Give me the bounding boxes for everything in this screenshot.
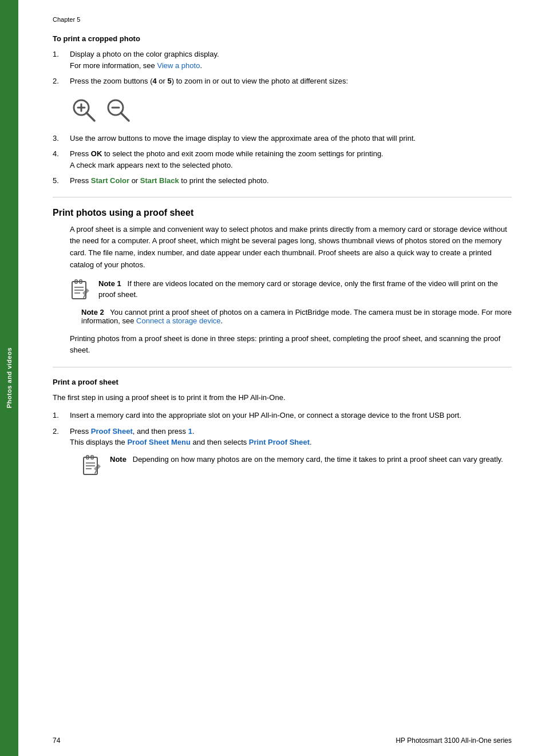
zoom-in-icon (70, 96, 97, 124)
note-2-wrapper: Note 2 You cannot print a proof sheet of… (81, 308, 512, 325)
product-name: HP Photosmart 3100 All-in-One series (395, 737, 512, 745)
note-1-label: Note 1 (98, 279, 121, 288)
bold-4: 4 (153, 77, 157, 85)
step-3: 3. Use the arrow buttons to move the ima… (53, 133, 512, 144)
step-2-content: Press the zoom buttons (4 or 5) to zoom … (70, 76, 512, 87)
main-content: Chapter 5 To print a cropped photo 1. Di… (18, 0, 546, 756)
steps-list: 1. Display a photo on the color graphics… (53, 49, 512, 87)
step-1-num: 1. (53, 49, 70, 71)
start-black-bold: Start Black (140, 176, 179, 185)
step-4-subtext: A check mark appears next to the selecte… (70, 161, 233, 169)
start-color-bold: Start Color (91, 176, 129, 185)
connect-storage-link[interactable]: Connect a storage device (136, 316, 220, 325)
view-a-photo-link[interactable]: View a photo (157, 61, 200, 70)
steps-intro: Printing photos from a proof sheet is do… (70, 333, 512, 357)
subsection-heading: Print a proof sheet (53, 378, 512, 386)
step-3-content: Use the arrow buttons to move the image … (70, 133, 512, 144)
proof-step-1-num: 1. (53, 410, 70, 421)
step-1-subtext: For more information, see (70, 61, 157, 70)
step-3-num: 3. (53, 133, 70, 144)
proof-steps-list: 1. Insert a memory card into the appropr… (53, 410, 512, 448)
proof-note-text: Depending on how many photos are on the … (129, 455, 503, 464)
page-number: 74 (53, 737, 60, 745)
proof-note-icon (81, 455, 103, 477)
zoom-out-icon (104, 96, 132, 124)
step-5: 5. Press Start Color or Start Black to p… (53, 175, 512, 187)
proof-step-2: 2. Press Proof Sheet, and then press 1. … (53, 426, 512, 448)
subsection-intro: The first step in using a proof sheet is… (53, 392, 512, 404)
step-1-content: Display a photo on the color graphics di… (70, 49, 512, 71)
proof-note-label: Note (110, 455, 126, 464)
section2-heading: Print photos using a proof sheet (53, 208, 512, 218)
chapter-header: Chapter 5 (53, 16, 512, 23)
step-2-num: 2. (53, 76, 70, 87)
note-2-label: Note 2 (81, 308, 104, 316)
svg-line-20 (95, 471, 96, 473)
steps-list-2: 3. Use the arrow buttons to move the ima… (53, 133, 512, 187)
ok-bold: OK (91, 149, 102, 158)
proof-step-2-content: Press Proof Sheet, and then press 1. Thi… (70, 426, 512, 448)
sidebar: Photos and videos (0, 0, 18, 756)
svg-line-3 (86, 113, 94, 121)
svg-line-13 (84, 295, 85, 298)
note-1-icon (70, 279, 92, 301)
proof-sheet-menu-bold: Proof Sheet Menu (127, 438, 191, 446)
step-4: 4. Press OK to select the photo and exit… (53, 148, 512, 171)
page-footer: 74 HP Photosmart 3100 All-in-One series (53, 737, 512, 745)
step-2-text: Press the zoom buttons (4 or 5) to zoom … (70, 77, 348, 85)
step-5-content: Press Start Color or Start Black to prin… (70, 175, 512, 187)
note-1-content: Note 1 If there are videos located on th… (98, 278, 512, 300)
step-2: 2. Press the zoom buttons (4 or 5) to zo… (53, 76, 512, 87)
proof-sheet-bold: Proof Sheet (91, 427, 133, 436)
svg-line-6 (121, 113, 129, 121)
print-proof-sheet-bold: Print Proof Sheet (249, 438, 310, 446)
bold-5: 5 (168, 77, 172, 85)
note-1-text: If there are videos located on the memor… (98, 279, 498, 299)
proof-note-box: Note Depending on how many photos are on… (81, 454, 512, 477)
section-divider-2 (53, 367, 512, 367)
step-4-num: 4. (53, 148, 70, 171)
proof-note-content: Note Depending on how many photos are on… (110, 454, 512, 465)
section1-heading: To print a cropped photo (53, 34, 512, 43)
zoom-icons-area (70, 96, 512, 124)
section2-intro: A proof sheet is a simple and convenient… (70, 224, 512, 271)
section-divider-1 (53, 197, 512, 197)
step-1-text: Display a photo on the color graphics di… (70, 50, 219, 58)
note-2-content: Note 2 You cannot print a proof sheet of… (81, 308, 512, 325)
sidebar-label: Photos and videos (6, 347, 13, 408)
step-5-num: 5. (53, 175, 70, 187)
proof-step-2-num: 2. (53, 426, 70, 448)
note-1-box: Note 1 If there are videos located on th… (70, 278, 512, 301)
step-4-content: Press OK to select the photo and exit zo… (70, 148, 512, 171)
one-bold: 1 (188, 427, 192, 436)
proof-step-1-content: Insert a memory card into the appropriat… (70, 410, 512, 421)
step-1: 1. Display a photo on the color graphics… (53, 49, 512, 71)
proof-step-1: 1. Insert a memory card into the appropr… (53, 410, 512, 421)
